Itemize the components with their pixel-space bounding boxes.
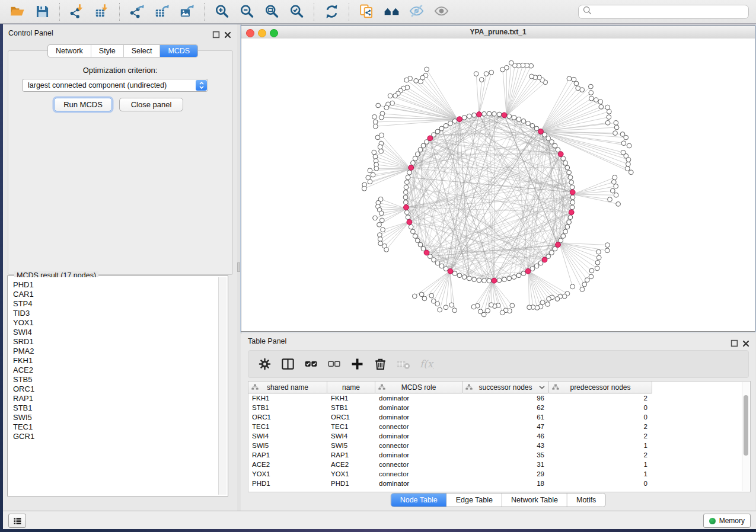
network-node[interactable] bbox=[384, 248, 389, 252]
mcds-result-item[interactable]: ORC1 bbox=[13, 384, 218, 394]
network-node[interactable] bbox=[374, 166, 379, 171]
network-node[interactable] bbox=[404, 180, 409, 185]
network-node[interactable] bbox=[621, 150, 626, 155]
network-node[interactable] bbox=[413, 234, 417, 239]
network-node[interactable] bbox=[487, 278, 492, 283]
network-node[interactable] bbox=[598, 100, 603, 104]
network-node[interactable] bbox=[570, 284, 575, 289]
tab-mcds[interactable]: MCDS bbox=[160, 45, 197, 57]
network-node[interactable] bbox=[594, 98, 598, 102]
network-node[interactable] bbox=[403, 190, 408, 195]
network-node[interactable] bbox=[373, 120, 378, 124]
float-table-panel-icon[interactable] bbox=[731, 339, 738, 347]
network-node[interactable] bbox=[614, 125, 619, 130]
toggle-panel-layout-button[interactable] bbox=[279, 355, 296, 373]
network-node[interactable] bbox=[607, 115, 611, 120]
network-node[interactable] bbox=[547, 297, 551, 302]
export-table-button[interactable] bbox=[152, 2, 171, 21]
network-node[interactable] bbox=[582, 282, 587, 287]
network-node[interactable] bbox=[448, 121, 453, 126]
close-table-panel-icon[interactable] bbox=[742, 339, 750, 347]
mcds-result-item[interactable]: PMA2 bbox=[13, 347, 218, 356]
network-hub-node[interactable] bbox=[538, 129, 544, 134]
mcds-result-item[interactable]: ACE2 bbox=[13, 366, 218, 375]
table-row[interactable]: ACE2ACE2connector311 bbox=[248, 460, 742, 469]
network-node[interactable] bbox=[610, 188, 615, 193]
network-node[interactable] bbox=[478, 309, 483, 314]
column-header-predecessor-nodes[interactable]: predecessor nodes bbox=[549, 382, 652, 393]
column-header-successor-nodes[interactable]: successor nodes bbox=[462, 382, 549, 393]
network-hub-node[interactable] bbox=[570, 190, 575, 195]
network-hub-node[interactable] bbox=[407, 220, 412, 225]
table-row[interactable]: ORC1ORC1dominator610 bbox=[248, 412, 742, 422]
network-node[interactable] bbox=[509, 60, 513, 65]
network-node[interactable] bbox=[403, 195, 408, 200]
network-node[interactable] bbox=[375, 135, 380, 140]
network-node[interactable] bbox=[362, 186, 366, 191]
mcds-result-item[interactable]: STP4 bbox=[13, 299, 218, 309]
network-node[interactable] bbox=[614, 184, 618, 188]
network-node[interactable] bbox=[482, 278, 487, 283]
network-node[interactable] bbox=[378, 237, 382, 242]
network-node[interactable] bbox=[521, 119, 526, 124]
network-node[interactable] bbox=[589, 84, 594, 89]
mcds-result-item[interactable]: RAP1 bbox=[13, 394, 218, 403]
network-node[interactable] bbox=[553, 143, 557, 148]
network-node[interactable] bbox=[378, 241, 383, 246]
network-window-titlebar[interactable]: YPA_prune.txt_1 bbox=[241, 26, 755, 39]
network-node[interactable] bbox=[550, 140, 554, 145]
tab-motifs[interactable]: Motifs bbox=[567, 493, 605, 507]
network-node[interactable] bbox=[607, 110, 611, 114]
network-node[interactable] bbox=[412, 294, 417, 299]
network-node[interactable] bbox=[562, 294, 567, 299]
mcds-result-list[interactable]: PHD1CAR1STP4TID3YOX1SWI4SRD1PMA2FKH1ACE2… bbox=[9, 277, 218, 495]
network-node[interactable] bbox=[404, 78, 409, 82]
mcds-result-item[interactable]: TEC1 bbox=[13, 422, 218, 432]
network-node[interactable] bbox=[381, 227, 385, 232]
network-node[interactable] bbox=[482, 111, 487, 116]
network-node[interactable] bbox=[388, 94, 393, 98]
network-node[interactable] bbox=[563, 161, 568, 165]
network-node[interactable] bbox=[379, 218, 384, 223]
network-hub-node[interactable] bbox=[542, 257, 547, 262]
network-node[interactable] bbox=[621, 141, 626, 146]
import-network-button[interactable] bbox=[68, 2, 87, 21]
network-node[interactable] bbox=[595, 266, 599, 271]
network-node[interactable] bbox=[512, 275, 516, 280]
table-row[interactable]: FKH1FKH1dominator962 bbox=[248, 393, 742, 403]
network-node[interactable] bbox=[474, 72, 479, 76]
network-node[interactable] bbox=[467, 114, 471, 118]
delete-columns-button[interactable] bbox=[371, 355, 389, 373]
tab-network-table[interactable]: Network Table bbox=[502, 493, 567, 507]
select-first-neighbors-button[interactable] bbox=[382, 2, 401, 21]
mcds-result-item[interactable]: SRD1 bbox=[13, 337, 218, 347]
network-node[interactable] bbox=[570, 185, 575, 190]
network-node[interactable] bbox=[409, 225, 413, 229]
close-panel-button[interactable]: Close panel bbox=[119, 98, 183, 111]
network-node[interactable] bbox=[421, 143, 426, 148]
network-hub-node[interactable] bbox=[409, 165, 414, 171]
network-node[interactable] bbox=[500, 310, 505, 315]
network-node[interactable] bbox=[379, 149, 384, 153]
network-node[interactable] bbox=[529, 74, 534, 79]
network-hub-node[interactable] bbox=[492, 278, 497, 283]
network-node[interactable] bbox=[561, 234, 566, 239]
network-node[interactable] bbox=[379, 211, 384, 216]
network-node[interactable] bbox=[595, 260, 600, 265]
network-node[interactable] bbox=[404, 210, 409, 215]
network-node[interactable] bbox=[614, 193, 618, 197]
add-column-button[interactable] bbox=[348, 355, 366, 373]
network-node[interactable] bbox=[438, 307, 442, 312]
network-node[interactable] bbox=[627, 143, 631, 148]
network-node[interactable] bbox=[378, 145, 382, 149]
tab-select[interactable]: Select bbox=[123, 45, 160, 57]
deselect-all-rows-button[interactable] bbox=[325, 355, 343, 373]
network-node[interactable] bbox=[431, 299, 436, 303]
column-header-name[interactable]: name bbox=[327, 382, 375, 393]
network-node[interactable] bbox=[502, 277, 507, 282]
network-node[interactable] bbox=[616, 202, 621, 207]
network-hub-node[interactable] bbox=[448, 268, 453, 274]
network-node[interactable] bbox=[379, 115, 384, 120]
network-node[interactable] bbox=[452, 271, 457, 276]
network-node[interactable] bbox=[605, 243, 610, 248]
